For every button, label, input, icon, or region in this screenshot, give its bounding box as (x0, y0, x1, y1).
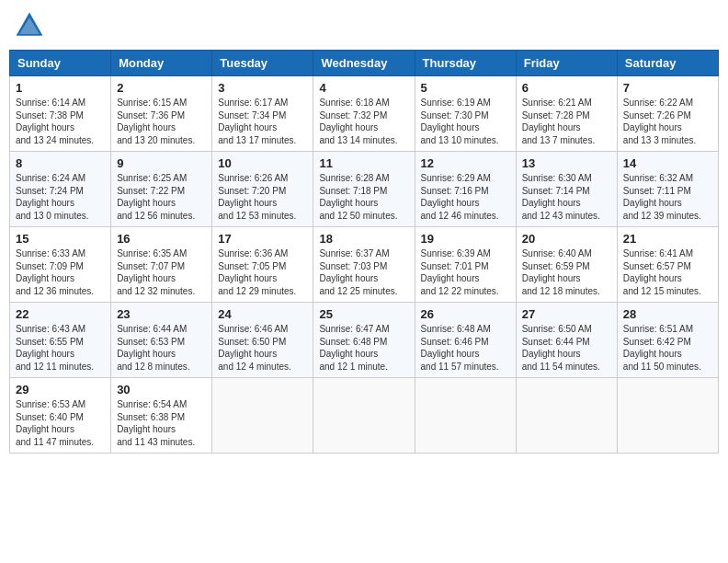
day-number: 5 (421, 81, 510, 95)
weekday-header-monday: Monday (111, 51, 212, 76)
day-number: 25 (319, 307, 408, 321)
day-number: 28 (623, 307, 712, 321)
day-info: Sunrise: 6:32 AMSunset: 7:11 PMDaylight … (623, 172, 712, 222)
day-number: 7 (623, 81, 712, 95)
day-info: Sunrise: 6:33 AMSunset: 7:09 PMDaylight … (16, 247, 105, 297)
day-number: 15 (16, 232, 105, 246)
day-cell: 19 Sunrise: 6:39 AMSunset: 7:01 PMDaylig… (415, 227, 516, 303)
day-number: 11 (319, 156, 408, 170)
day-number: 1 (16, 81, 105, 95)
day-info: Sunrise: 6:24 AMSunset: 7:24 PMDaylight … (16, 172, 105, 222)
day-cell: 30 Sunrise: 6:54 AMSunset: 6:38 PMDaylig… (111, 378, 212, 454)
day-cell: 20 Sunrise: 6:40 AMSunset: 6:59 PMDaylig… (516, 227, 617, 303)
day-info: Sunrise: 6:28 AMSunset: 7:18 PMDaylight … (319, 172, 408, 222)
week-row-1: 1 Sunrise: 6:14 AMSunset: 7:38 PMDayligh… (10, 76, 719, 152)
day-info: Sunrise: 6:25 AMSunset: 7:22 PMDaylight … (117, 172, 206, 222)
logo-icon (13, 9, 46, 42)
day-number: 4 (319, 81, 408, 95)
day-number: 17 (218, 232, 307, 246)
day-info: Sunrise: 6:21 AMSunset: 7:28 PMDaylight … (522, 97, 611, 146)
day-cell: 25 Sunrise: 6:47 AMSunset: 6:48 PMDaylig… (313, 303, 415, 378)
day-number: 9 (117, 156, 206, 170)
day-info: Sunrise: 6:48 AMSunset: 6:46 PMDaylight … (421, 323, 510, 373)
weekday-header-friday: Friday (516, 51, 617, 76)
day-cell: 21 Sunrise: 6:41 AMSunset: 6:57 PMDaylig… (617, 227, 718, 303)
day-cell: 8 Sunrise: 6:24 AMSunset: 7:24 PMDayligh… (10, 152, 111, 227)
week-row-4: 22 Sunrise: 6:43 AMSunset: 6:55 PMDaylig… (10, 303, 719, 378)
day-info: Sunrise: 6:36 AMSunset: 7:05 PMDaylight … (218, 247, 307, 297)
day-cell: 23 Sunrise: 6:44 AMSunset: 6:53 PMDaylig… (111, 303, 212, 378)
day-number: 24 (218, 307, 307, 321)
day-number: 13 (522, 156, 611, 170)
day-number: 23 (117, 307, 206, 321)
day-info: Sunrise: 6:19 AMSunset: 7:30 PMDaylight … (421, 97, 510, 146)
day-cell: 5 Sunrise: 6:19 AMSunset: 7:30 PMDayligh… (415, 76, 516, 152)
day-number: 30 (117, 383, 206, 396)
page-header (9, 9, 719, 42)
day-cell: 15 Sunrise: 6:33 AMSunset: 7:09 PMDaylig… (10, 227, 111, 303)
day-cell: 29 Sunrise: 6:53 AMSunset: 6:40 PMDaylig… (10, 378, 111, 454)
day-info: Sunrise: 6:41 AMSunset: 6:57 PMDaylight … (623, 247, 712, 297)
day-cell: 1 Sunrise: 6:14 AMSunset: 7:38 PMDayligh… (10, 76, 111, 152)
day-cell: 2 Sunrise: 6:15 AMSunset: 7:36 PMDayligh… (111, 76, 212, 152)
week-row-3: 15 Sunrise: 6:33 AMSunset: 7:09 PMDaylig… (10, 227, 719, 303)
day-number: 18 (319, 232, 408, 246)
day-cell (617, 378, 718, 454)
day-info: Sunrise: 6:30 AMSunset: 7:14 PMDaylight … (522, 172, 611, 222)
day-info: Sunrise: 6:47 AMSunset: 6:48 PMDaylight … (319, 323, 408, 373)
day-cell: 10 Sunrise: 6:26 AMSunset: 7:20 PMDaylig… (212, 152, 313, 227)
day-info: Sunrise: 6:35 AMSunset: 7:07 PMDaylight … (117, 247, 206, 297)
week-row-2: 8 Sunrise: 6:24 AMSunset: 7:24 PMDayligh… (10, 152, 719, 227)
day-info: Sunrise: 6:14 AMSunset: 7:38 PMDaylight … (16, 97, 105, 146)
day-info: Sunrise: 6:26 AMSunset: 7:20 PMDaylight … (218, 172, 307, 222)
day-info: Sunrise: 6:40 AMSunset: 6:59 PMDaylight … (522, 247, 611, 297)
day-number: 3 (218, 81, 307, 95)
day-cell (313, 378, 415, 454)
day-cell (212, 378, 313, 454)
day-cell: 24 Sunrise: 6:46 AMSunset: 6:50 PMDaylig… (212, 303, 313, 378)
day-number: 14 (623, 156, 712, 170)
day-cell: 27 Sunrise: 6:50 AMSunset: 6:44 PMDaylig… (516, 303, 617, 378)
day-cell: 26 Sunrise: 6:48 AMSunset: 6:46 PMDaylig… (415, 303, 516, 378)
day-number: 22 (16, 307, 105, 321)
day-number: 2 (117, 81, 206, 95)
day-cell (415, 378, 516, 454)
day-number: 26 (421, 307, 510, 321)
logo (13, 9, 50, 42)
day-info: Sunrise: 6:22 AMSunset: 7:26 PMDaylight … (623, 97, 712, 146)
day-info: Sunrise: 6:15 AMSunset: 7:36 PMDaylight … (117, 97, 206, 146)
day-cell: 28 Sunrise: 6:51 AMSunset: 6:42 PMDaylig… (617, 303, 718, 378)
day-cell: 12 Sunrise: 6:29 AMSunset: 7:16 PMDaylig… (415, 152, 516, 227)
calendar-table: SundayMondayTuesdayWednesdayThursdayFrid… (9, 50, 719, 454)
day-cell: 17 Sunrise: 6:36 AMSunset: 7:05 PMDaylig… (212, 227, 313, 303)
day-info: Sunrise: 6:50 AMSunset: 6:44 PMDaylight … (522, 323, 611, 373)
day-cell: 7 Sunrise: 6:22 AMSunset: 7:26 PMDayligh… (617, 76, 718, 152)
day-cell: 13 Sunrise: 6:30 AMSunset: 7:14 PMDaylig… (516, 152, 617, 227)
day-info: Sunrise: 6:37 AMSunset: 7:03 PMDaylight … (319, 247, 408, 297)
weekday-header-row: SundayMondayTuesdayWednesdayThursdayFrid… (10, 51, 719, 76)
day-cell: 9 Sunrise: 6:25 AMSunset: 7:22 PMDayligh… (111, 152, 212, 227)
day-info: Sunrise: 6:29 AMSunset: 7:16 PMDaylight … (421, 172, 510, 222)
day-number: 27 (522, 307, 611, 321)
day-number: 20 (522, 232, 611, 246)
day-number: 29 (16, 383, 105, 396)
day-info: Sunrise: 6:17 AMSunset: 7:34 PMDaylight … (218, 97, 307, 146)
day-number: 16 (117, 232, 206, 246)
day-number: 19 (421, 232, 510, 246)
day-info: Sunrise: 6:43 AMSunset: 6:55 PMDaylight … (16, 323, 105, 373)
day-cell: 4 Sunrise: 6:18 AMSunset: 7:32 PMDayligh… (313, 76, 415, 152)
day-cell: 16 Sunrise: 6:35 AMSunset: 7:07 PMDaylig… (111, 227, 212, 303)
day-info: Sunrise: 6:46 AMSunset: 6:50 PMDaylight … (218, 323, 307, 373)
day-info: Sunrise: 6:53 AMSunset: 6:40 PMDaylight … (16, 398, 105, 448)
day-number: 8 (16, 156, 105, 170)
day-number: 6 (522, 81, 611, 95)
day-number: 12 (421, 156, 510, 170)
day-number: 10 (218, 156, 307, 170)
day-info: Sunrise: 6:39 AMSunset: 7:01 PMDaylight … (421, 247, 510, 297)
weekday-header-tuesday: Tuesday (212, 51, 313, 76)
week-row-5: 29 Sunrise: 6:53 AMSunset: 6:40 PMDaylig… (10, 378, 719, 454)
day-number: 21 (623, 232, 712, 246)
day-cell (516, 378, 617, 454)
day-cell: 14 Sunrise: 6:32 AMSunset: 7:11 PMDaylig… (617, 152, 718, 227)
day-info: Sunrise: 6:44 AMSunset: 6:53 PMDaylight … (117, 323, 206, 373)
